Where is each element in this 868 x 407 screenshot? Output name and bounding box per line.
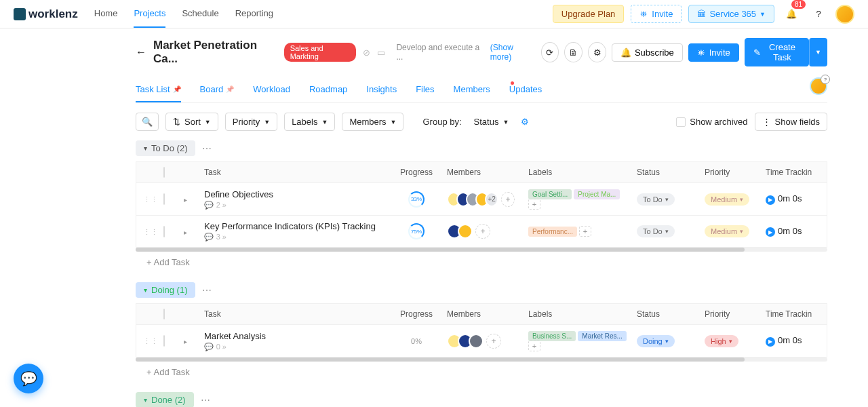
section-more[interactable]: ⋯ (202, 285, 212, 296)
section-more[interactable]: ⋯ (202, 143, 212, 154)
labels-filter[interactable]: Labels▼ (284, 113, 335, 131)
task-name[interactable]: Key Performance Indicators (KPIs) Tracki… (204, 221, 386, 231)
nav-schedule[interactable]: Schedule (182, 0, 218, 28)
back-arrow-icon[interactable]: ← (136, 46, 146, 58)
tab-files[interactable]: Files (416, 79, 434, 102)
invite-button[interactable]: ⛯ Invite (688, 43, 739, 62)
create-task-button[interactable]: ✎ Create Task (745, 38, 809, 66)
settings-button[interactable]: ⚙ (588, 42, 606, 62)
refresh-button[interactable]: ⟳ (541, 42, 559, 62)
drag-handle-icon[interactable]: ⋮⋮ (143, 337, 158, 345)
drag-handle-icon[interactable]: ⋮⋮ (143, 195, 158, 204)
expand-icon[interactable]: ▸ (184, 196, 187, 204)
content: ← Market Penetration Ca... Sales and Mar… (0, 28, 868, 407)
expand-icon[interactable]: ▸ (184, 229, 187, 236)
config-icon[interactable]: ⚙ (521, 117, 529, 127)
play-icon[interactable]: ▶ (766, 195, 775, 205)
chat-widget[interactable]: 💬 (14, 364, 43, 393)
priority-select[interactable]: High ▾ (705, 335, 738, 347)
add-task-button[interactable]: + Add Task (136, 362, 827, 383)
members-stack[interactable]: +2+ (447, 192, 515, 207)
gear-icon: ⚙ (593, 47, 601, 58)
groupby-select[interactable]: Status▼ (467, 113, 516, 130)
members-filter[interactable]: Members▼ (342, 113, 403, 131)
priority-filter[interactable]: Priority▼ (225, 113, 277, 131)
status-select[interactable]: To Do ▾ (637, 193, 675, 206)
table-header: TaskProgressMembersLabelsStatusPriorityT… (136, 303, 827, 325)
add-label-button[interactable]: + (528, 199, 540, 210)
task-row[interactable]: ⋮⋮▸Define Objectives 💬 2 »33%+2+Goal Set… (136, 183, 827, 216)
show-fields-button[interactable]: ⋮Show fields (755, 113, 827, 131)
tab-board[interactable]: Board📌 (200, 79, 235, 102)
time-value: 0m 0s (778, 226, 802, 236)
row-checkbox[interactable] (163, 335, 165, 347)
nav-projects[interactable]: Projects (134, 0, 165, 28)
priority-select[interactable]: Medium ▾ (705, 193, 749, 206)
section-toggle[interactable]: ▾Done (2) (136, 392, 194, 407)
nav-reporting[interactable]: Reporting (235, 0, 273, 28)
progress-ring: 75% (408, 223, 425, 239)
more-vertical-icon: ⋮ (762, 117, 771, 127)
sort-filter[interactable]: ⇅Sort▼ (165, 113, 218, 131)
help-button[interactable]: ? (808, 4, 829, 24)
select-all-checkbox[interactable] (163, 309, 165, 319)
expand-icon[interactable]: ▸ (184, 338, 187, 345)
h-scrollbar[interactable] (136, 357, 827, 362)
search-button[interactable]: 🔍 (136, 113, 159, 131)
row-checkbox[interactable] (163, 193, 165, 205)
section-toggle[interactable]: ▾Doing (1) (136, 282, 195, 298)
section-toggle[interactable]: ▾To Do (2) (136, 140, 195, 156)
members-stack[interactable]: + (447, 224, 515, 239)
task-row[interactable]: ⋮⋮▸Market Analysis 💬 0 »0%+Business S...… (136, 325, 827, 357)
status-select[interactable]: To Do ▾ (637, 225, 675, 237)
add-task-button[interactable]: + Add Task (136, 252, 827, 273)
play-icon[interactable]: ▶ (766, 337, 775, 347)
top-actions: Upgrade Plan ⛯ Invite 🏛 Service 365 ▼ 🔔 … (553, 4, 854, 24)
tab-updates[interactable]: Updates (509, 79, 542, 102)
show-archived-toggle[interactable]: Show archived (676, 117, 747, 127)
subscribe-button[interactable]: 🔔 Subscribe (612, 43, 683, 62)
archive-button[interactable]: 🗎 (564, 42, 583, 62)
priority-select[interactable]: Medium ▾ (705, 225, 749, 237)
label-tag[interactable]: Performanc... (528, 227, 577, 237)
add-label-button[interactable]: + (528, 341, 540, 351)
add-label-button[interactable]: + (579, 226, 591, 237)
task-name[interactable]: Define Objectives (204, 189, 386, 199)
logo[interactable]: worklenz (14, 7, 78, 21)
toolbar: 🔍 ⇅Sort▼ Priority▼ Labels▼ Members▼ Grou… (136, 113, 827, 131)
select-all-checkbox[interactable] (163, 167, 165, 178)
presence-avatar[interactable] (810, 77, 827, 95)
label-tag[interactable]: Goal Setti... (528, 189, 572, 199)
user-avatar[interactable] (835, 5, 854, 24)
time-value: 0m 0s (778, 193, 802, 204)
tab-task-list[interactable]: Task List📌 (136, 79, 181, 102)
task-row[interactable]: ⋮⋮▸Key Performance Indicators (KPIs) Tra… (136, 216, 827, 248)
drag-handle-icon[interactable]: ⋮⋮ (143, 228, 158, 236)
label-tag[interactable]: Business S... (528, 331, 576, 341)
tab-insights[interactable]: Insights (366, 79, 397, 102)
label-tag[interactable]: Market Res... (578, 331, 626, 341)
h-scrollbar[interactable] (136, 248, 827, 252)
create-task-dropdown[interactable]: ▼ (809, 38, 827, 66)
notifications-button[interactable]: 🔔 81 (781, 4, 802, 24)
task-name[interactable]: Market Analysis (204, 331, 386, 341)
label-tag[interactable]: Project Ma... (574, 189, 620, 199)
add-member-button[interactable]: + (486, 334, 501, 349)
nav-home[interactable]: Home (94, 0, 118, 28)
upgrade-button[interactable]: Upgrade Plan (553, 5, 625, 23)
section-more[interactable]: ⋯ (201, 395, 211, 406)
service-dropdown[interactable]: 🏛 Service 365 ▼ (688, 5, 774, 23)
calendar-icon: ▭ (377, 47, 385, 58)
row-checkbox[interactable] (163, 226, 165, 237)
tab-workload[interactable]: Workload (253, 79, 290, 102)
tab-members[interactable]: Members (454, 79, 490, 102)
add-member-button[interactable]: + (475, 224, 490, 239)
refresh-icon: ⟳ (546, 47, 553, 58)
add-member-button[interactable]: + (501, 192, 515, 207)
members-stack[interactable]: + (447, 334, 515, 349)
status-select[interactable]: Doing ▾ (637, 335, 675, 347)
play-icon[interactable]: ▶ (766, 227, 775, 237)
show-more-link[interactable]: (Show more) (490, 43, 534, 62)
tab-roadmap[interactable]: Roadmap (309, 79, 347, 102)
invite-button-top[interactable]: ⛯ Invite (631, 5, 682, 23)
